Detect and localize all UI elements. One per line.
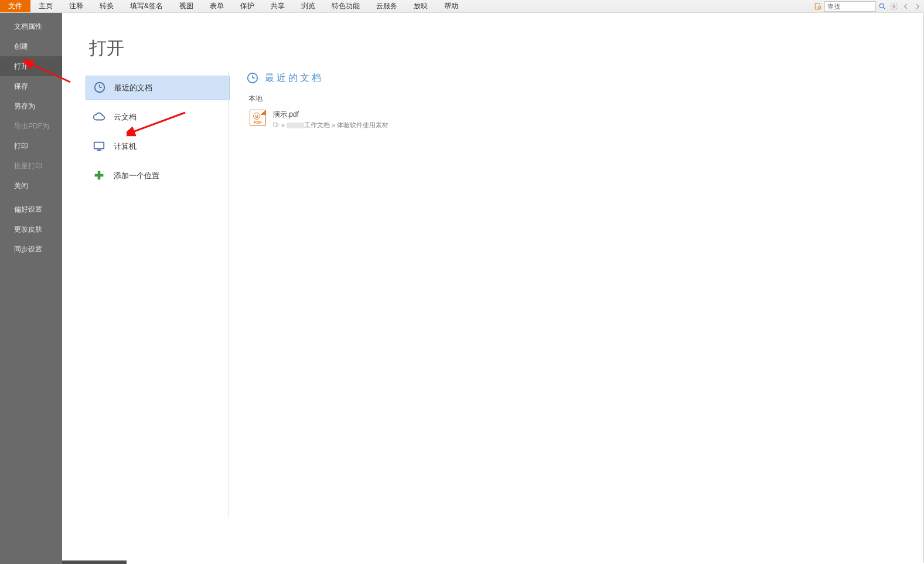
- recent-heading-label: 最近的文档: [265, 72, 323, 84]
- open-source-label: 添加一个位置: [114, 171, 159, 181]
- nav-prev-icon[interactable]: [901, 1, 911, 12]
- file-sidebar: 文档属性创建打开保存另存为导出PDF为打印批量打印关闭偏好设置更改皮肤同步设置: [0, 13, 62, 564]
- menu-tab-主页[interactable]: 主页: [30, 0, 61, 12]
- clock-icon: [246, 72, 259, 84]
- menu-tab-共享[interactable]: 共享: [262, 0, 293, 12]
- menu-tab-表单[interactable]: 表单: [202, 0, 232, 12]
- recent-detail-header: 最近的文档: [246, 72, 924, 84]
- file-menu-sync[interactable]: 同步设置: [0, 239, 62, 259]
- recent-file-path: D: » 工作文档 » 体验软件使用素材: [273, 121, 388, 130]
- file-menu-create[interactable]: 创建: [0, 36, 62, 56]
- search-input[interactable]: [824, 1, 876, 12]
- file-menu-skin[interactable]: 更改皮肤: [0, 219, 62, 239]
- file-menu-save[interactable]: 保存: [0, 76, 62, 96]
- body-row: 文档属性创建打开保存另存为导出PDF为打印批量打印关闭偏好设置更改皮肤同步设置 …: [0, 13, 924, 564]
- menu-tab-特色功能[interactable]: 特色功能: [323, 0, 368, 12]
- file-menu-print[interactable]: 打印: [0, 136, 62, 156]
- status-bar-segment: [62, 560, 127, 564]
- menu-tab-浏览[interactable]: 浏览: [293, 0, 323, 12]
- computer-icon: [93, 140, 105, 154]
- menu-tab-云服务[interactable]: 云服务: [368, 0, 405, 12]
- svg-rect-8: [94, 142, 104, 148]
- svg-line-3: [884, 8, 885, 9]
- open-source-label: 最近的文档: [114, 83, 152, 93]
- pdf-file-icon: GPDF: [250, 110, 266, 126]
- menu-tab-填写&签名[interactable]: 填写&签名: [122, 0, 171, 12]
- file-menu-batch_print[interactable]: 批量打印: [0, 156, 62, 176]
- menu-tab-视图[interactable]: 视图: [171, 0, 202, 12]
- file-menu-prefs[interactable]: 偏好设置: [0, 199, 62, 219]
- open-source-cloud[interactable]: 云文档: [86, 105, 230, 130]
- svg-point-4: [893, 5, 895, 8]
- menu-tab-注释[interactable]: 注释: [61, 0, 91, 12]
- file-menu-close[interactable]: 关闭: [0, 176, 62, 196]
- file-menu-doc_props[interactable]: 文档属性: [0, 16, 62, 36]
- nav-next-icon[interactable]: [912, 1, 923, 12]
- open-source-add[interactable]: 添加一个位置: [86, 164, 230, 188]
- top-menu-bar: 文件主页注释转换填写&签名视图表单保护共享浏览特色功能云服务放映帮助: [0, 0, 924, 13]
- find-on-page-icon[interactable]: [813, 1, 823, 12]
- open-source-label: 计算机: [114, 141, 137, 152]
- file-menu-open[interactable]: 打开: [0, 56, 62, 76]
- menu-tab-帮助[interactable]: 帮助: [436, 0, 466, 12]
- svg-point-2: [879, 4, 884, 8]
- open-panel-title: 打开: [89, 36, 229, 60]
- open-source-label: 云文档: [114, 112, 137, 123]
- file-menu-save_as[interactable]: 另存为: [0, 96, 62, 116]
- menu-tab-文件[interactable]: 文件: [0, 0, 30, 12]
- menu-tab-保护[interactable]: 保护: [232, 0, 262, 12]
- search-icon[interactable]: [877, 1, 888, 12]
- plus-icon: [93, 169, 105, 184]
- clock-icon: [93, 81, 106, 96]
- open-source-computer[interactable]: 计算机: [86, 134, 230, 159]
- open-panel: 打开 最近的文档云文档计算机添加一个位置 最近的文档 本地 GPDF演示.pdf…: [62, 13, 924, 564]
- recent-file-name: 演示.pdf: [273, 110, 388, 120]
- menu-tab-转换[interactable]: 转换: [91, 0, 122, 12]
- menu-tab-放映[interactable]: 放映: [405, 0, 436, 12]
- settings-gear-icon[interactable]: [889, 1, 899, 12]
- menu-tabs: 文件主页注释转换填写&签名视图表单保护共享浏览特色功能云服务放映帮助: [0, 0, 466, 12]
- cloud-icon: [93, 110, 105, 125]
- top-right-controls: [813, 0, 923, 13]
- open-source-recent[interactable]: 最近的文档: [86, 76, 230, 100]
- open-sources-column: 打开 最近的文档云文档计算机添加一个位置: [62, 13, 229, 564]
- recent-detail-column: 最近的文档 本地 GPDF演示.pdfD: » 工作文档 » 体验软件使用素材: [229, 13, 924, 564]
- recent-section-label: 本地: [248, 94, 924, 104]
- recent-file-item[interactable]: GPDF演示.pdfD: » 工作文档 » 体验软件使用素材: [246, 107, 539, 132]
- file-menu-export_pdf[interactable]: 导出PDF为: [0, 116, 62, 136]
